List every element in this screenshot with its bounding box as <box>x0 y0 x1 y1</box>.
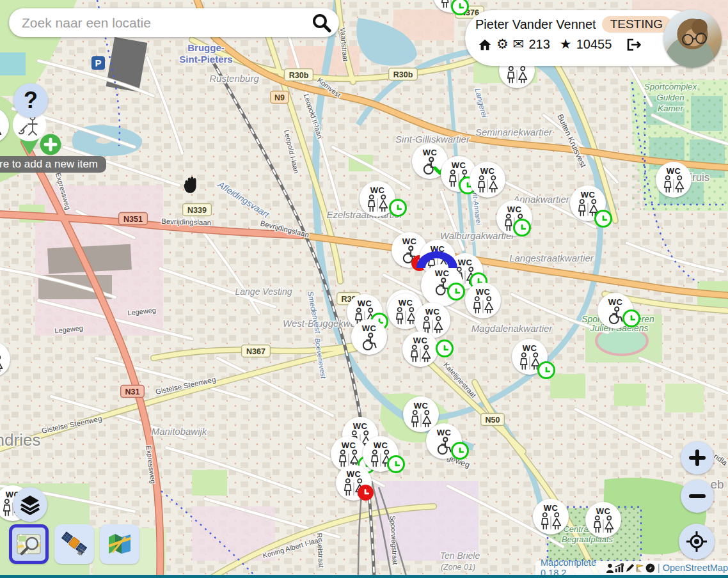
map-marker-toilet[interactable]: WC <box>351 319 387 355</box>
open-hours-badge <box>513 219 531 237</box>
testing-badge: TESTING <box>602 16 671 33</box>
user-name: Pieter Vander Vennet <box>475 17 596 32</box>
star-icon[interactable]: ★ <box>560 38 572 51</box>
style-button-map[interactable] <box>100 524 139 564</box>
wc-label: WC <box>342 441 356 449</box>
wc-label: WC <box>523 344 537 352</box>
map-marker-toilet[interactable]: WC <box>336 465 372 501</box>
map-label: Rustenburg <box>209 73 259 84</box>
search-input[interactable] <box>9 15 311 31</box>
road-badge: N50 <box>481 414 505 426</box>
wc-label: WC <box>425 308 440 316</box>
geolocate-button[interactable] <box>679 524 715 559</box>
minus-icon <box>688 487 706 505</box>
map-marker-toilet[interactable]: WC <box>470 162 505 198</box>
satellite-icon <box>60 530 88 558</box>
badge-icon[interactable] <box>645 563 655 573</box>
umbrella-marker[interactable] <box>416 249 458 270</box>
add-item-tooltip: re to add a new item <box>0 156 106 173</box>
closed-hours-badge <box>358 485 374 501</box>
road-badge: R30b <box>285 69 313 81</box>
road-badge: N339 <box>183 204 212 216</box>
map-marker-toilet[interactable]: WC <box>585 502 621 538</box>
svg-text:N351: N351 <box>123 215 143 224</box>
edit-icon[interactable] <box>625 563 635 573</box>
svg-text:R30b: R30b <box>393 70 413 79</box>
layers-button[interactable] <box>13 487 47 522</box>
zoom-out-button[interactable] <box>681 480 714 513</box>
map-label: Lange Vesting <box>235 286 292 297</box>
map-label: Seminariekwartier <box>475 127 553 137</box>
wc-label: WC <box>667 167 681 175</box>
stats-icon[interactable] <box>615 563 624 573</box>
map-label: Gulden <box>656 93 684 102</box>
open-hours-badge <box>447 283 465 301</box>
geolocate-icon <box>685 530 708 553</box>
mail-icon[interactable]: ✉ <box>513 38 525 51</box>
wc-label: WC <box>370 186 385 194</box>
open-hours-badge <box>436 340 454 357</box>
attrib-separator: | <box>658 563 660 573</box>
style-button-osm-carto[interactable] <box>9 524 49 564</box>
map-label: Ten Briele <box>440 551 480 561</box>
map-label: (Zone 01) <box>441 563 475 572</box>
attribution-bar[interactable]: Mapcomplete 0.18.2 | OpenStreetMap <box>535 561 728 575</box>
wc-label: WC <box>358 299 372 308</box>
flag-icon[interactable] <box>635 563 645 573</box>
gear-icon[interactable]: ⚙ <box>496 38 509 51</box>
map-marker-toilet[interactable]: WC <box>533 499 569 535</box>
hand-cursor-icon <box>181 174 200 194</box>
map-label: Langestraatkwartier <box>509 253 594 263</box>
map-label: Sint-Pieters <box>179 54 232 65</box>
message-count[interactable]: 213 <box>528 37 550 52</box>
user-icon[interactable] <box>606 563 614 573</box>
folded-map-icon <box>106 531 133 558</box>
basemap-style-buttons <box>9 524 139 564</box>
map-marker-toilet[interactable]: WC <box>656 162 692 198</box>
wc-label: WC <box>437 428 452 437</box>
wc-label: WC <box>362 324 377 332</box>
star-count[interactable]: 10455 <box>576 37 612 52</box>
avatar[interactable] <box>663 10 722 68</box>
map-marker-toilet[interactable]: WC <box>496 200 532 236</box>
wc-label: WC <box>458 258 473 267</box>
search-icon[interactable] <box>311 12 333 34</box>
osm-attribution-link[interactable]: OpenStreetMap <box>663 563 728 573</box>
svg-text:N50: N50 <box>486 416 500 425</box>
wc-label: WC <box>402 237 417 246</box>
bottom-strip <box>0 575 728 578</box>
svg-text:R30b: R30b <box>289 71 309 80</box>
zoom-in-button[interactable] <box>681 441 714 474</box>
logout-icon[interactable] <box>625 38 642 52</box>
wc-label: WC <box>544 504 558 512</box>
wc-label: WC <box>480 167 495 175</box>
search-bar[interactable] <box>9 8 339 37</box>
map-marker-toilet[interactable]: WC <box>360 181 395 217</box>
help-button[interactable]: ? <box>13 83 48 118</box>
open-hours-badge <box>594 210 612 228</box>
wc-label: WC <box>581 191 596 199</box>
map-label: Sportcomplex <box>644 82 698 91</box>
open-hours-badge <box>537 361 555 379</box>
map-marker-toilet[interactable]: WC <box>426 423 462 459</box>
style-button-satellite[interactable] <box>54 524 94 564</box>
home-icon[interactable] <box>478 38 492 52</box>
svg-text:N339: N339 <box>187 206 207 215</box>
wc-label: WC <box>596 507 611 515</box>
map-marker-toilet[interactable]: WC <box>465 283 501 318</box>
map-marker-toilet[interactable]: WC <box>402 331 438 367</box>
wc-label: WC <box>413 336 428 345</box>
wc-label: WC <box>423 148 438 157</box>
wc-label: WC <box>399 299 413 307</box>
map-marker-toilet[interactable]: WC <box>363 436 399 472</box>
map-label: ndries <box>0 430 40 449</box>
parking-icon: P <box>91 56 105 70</box>
map-marker-toilet[interactable]: WC <box>597 293 633 329</box>
wc-label: WC <box>353 422 368 430</box>
road-badge: N367 <box>242 345 271 357</box>
map-marker-toilet[interactable]: WC <box>512 339 548 375</box>
road-badge: N9 <box>271 91 289 104</box>
map-label: Kamer <box>658 104 683 113</box>
map-marker-toilet[interactable]: WC <box>570 185 606 221</box>
mapcomplete-app: N9N376N31N351N339R30bR30bR30N367N50 Brug… <box>0 0 728 578</box>
